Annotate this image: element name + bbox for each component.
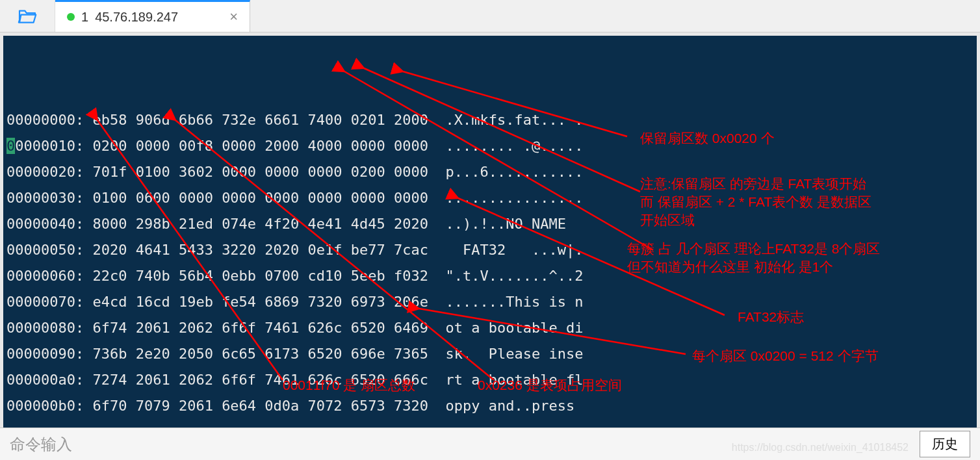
- status-dot-icon: [67, 13, 75, 21]
- hex-row: 00000010: 0200 0000 00f8 0000 2000 4000 …: [6, 133, 974, 159]
- hex-row: 00000060: 22c0 740b 56b4 0ebb 0700 cd10 …: [6, 263, 974, 289]
- hex-row: 00000090: 736b 2e20 2050 6c65 6173 6520 …: [6, 341, 974, 367]
- hex-row: 000000a0: 7274 2061 2062 6f6f 7461 626c …: [6, 367, 974, 393]
- hex-row: 00000070: e4cd 16cd 19eb fe54 6869 7320 …: [6, 289, 974, 315]
- tab-title: 45.76.189.247: [95, 10, 178, 25]
- hex-row: 00000050: 2020 4641 5433 3220 2020 0e1f …: [6, 237, 974, 263]
- hex-row: 00000000: eb58 906d 6b66 732e 6661 7400 …: [6, 107, 974, 133]
- terminal-tab[interactable]: 1 45.76.189.247 ×: [55, 0, 250, 32]
- tab-index: 1: [81, 10, 88, 25]
- tab-bar: 1 45.76.189.247 ×: [0, 0, 980, 32]
- watermark-text: https://blog.csdn.net/weixin_41018452: [732, 442, 909, 454]
- open-folder-button[interactable]: [0, 0, 55, 32]
- command-bar: 命令输入 https://blog.csdn.net/weixin_410184…: [0, 428, 980, 460]
- hex-dump: 00000000: eb58 906d 6b66 732e 6661 7400 …: [6, 107, 974, 419]
- hex-row: 00000040: 8000 298b 21ed 074e 4f20 4e41 …: [6, 211, 974, 237]
- terminal-output[interactable]: 00000000: eb58 906d 6b66 732e 6661 7400 …: [3, 36, 977, 428]
- history-button[interactable]: 历史: [920, 431, 970, 457]
- hex-row: 00000030: 0100 0600 0000 0000 0000 0000 …: [6, 185, 974, 211]
- hex-row: 000000b0: 6f70 7079 2061 6e64 0d0a 7072 …: [6, 393, 974, 419]
- hex-row: 00000080: 6f74 2061 2062 6f6f 7461 626c …: [6, 315, 974, 341]
- close-tab-icon[interactable]: ×: [229, 8, 238, 25]
- hex-row: 00000020: 701f 0100 3602 0000 0000 0000 …: [6, 159, 974, 185]
- folder-icon: [18, 8, 37, 24]
